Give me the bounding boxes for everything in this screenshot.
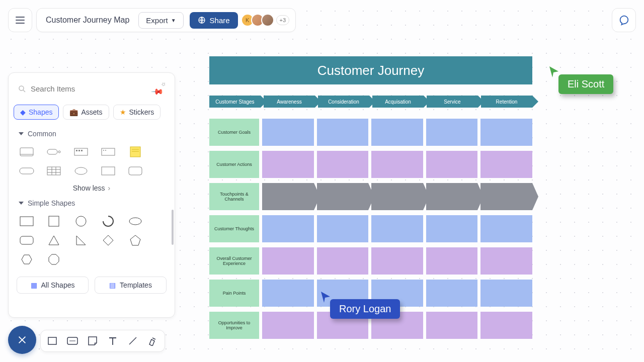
stage-row: Customer Stages Awareness Consideration … <box>209 96 532 108</box>
grid-cell[interactable] <box>480 151 532 178</box>
shape-sticky-note[interactable] <box>127 146 143 158</box>
grid-cell[interactable] <box>317 119 369 146</box>
grid-cell[interactable] <box>480 312 532 339</box>
grid-cell[interactable] <box>371 119 423 146</box>
shape-window[interactable] <box>100 146 116 158</box>
pin-icon[interactable]: 📌 <box>151 79 171 99</box>
grid-cell[interactable] <box>480 215 532 242</box>
stage-header[interactable]: Retention <box>481 96 532 108</box>
grid-cell[interactable] <box>262 151 314 178</box>
grid-cell[interactable] <box>426 312 478 339</box>
shape-octagon[interactable] <box>46 253 62 265</box>
svg-rect-8 <box>78 150 80 151</box>
shape-arc[interactable] <box>100 215 116 227</box>
tool-line[interactable] <box>126 334 139 347</box>
grid-cell[interactable] <box>371 151 423 178</box>
row-label[interactable]: Customer Actions <box>209 151 259 178</box>
journey-map[interactable]: Customer Journey Customer Stages Awarene… <box>209 56 532 339</box>
grid-cell[interactable] <box>426 280 478 307</box>
grid-cell[interactable] <box>262 247 314 275</box>
tool-rectangle[interactable] <box>46 334 59 347</box>
section-common[interactable]: Common <box>9 127 175 141</box>
shape-rectangle[interactable] <box>19 215 35 227</box>
tool-label[interactable] <box>66 334 79 347</box>
grid-cell[interactable] <box>426 183 478 210</box>
document-title[interactable]: Customer Journey Map <box>43 16 132 25</box>
tab-stickers[interactable]: ★ Stickers <box>113 105 161 120</box>
stage-header[interactable]: Consideration <box>318 96 369 108</box>
stage-header[interactable]: Customer Stages <box>209 96 261 108</box>
templates-button[interactable]: ▤ Templates <box>95 277 167 294</box>
svg-rect-30 <box>48 337 56 344</box>
menu-button[interactable] <box>8 8 32 32</box>
row-label[interactable]: Pain Points <box>209 280 259 307</box>
shape-tag[interactable] <box>46 146 62 158</box>
stage-header[interactable]: Awareness <box>264 96 315 108</box>
tool-text[interactable] <box>106 334 119 347</box>
shape-circle[interactable] <box>73 215 89 227</box>
shape-ellipse[interactable] <box>127 215 143 227</box>
shape-rectangle[interactable] <box>100 165 116 177</box>
journey-title[interactable]: Customer Journey <box>209 56 532 84</box>
grid-cell[interactable] <box>371 215 423 242</box>
tool-sticky[interactable] <box>86 334 99 347</box>
grid-cell[interactable] <box>371 247 423 275</box>
shape-right-triangle[interactable] <box>73 234 89 246</box>
row-label[interactable]: Opportunities to Improve <box>209 312 259 339</box>
grid-cell[interactable] <box>371 183 423 210</box>
show-less-toggle[interactable]: Show less › <box>9 180 175 196</box>
grid-cell[interactable] <box>317 215 369 242</box>
stage-header[interactable]: Service <box>427 96 478 108</box>
shape-hexagon[interactable] <box>19 253 35 265</box>
collaborator-avatars[interactable]: K +3 <box>244 14 290 27</box>
grid-cell[interactable] <box>262 215 314 242</box>
tab-shapes[interactable]: ◆ Shapes <box>14 105 59 120</box>
grid-cell[interactable] <box>426 215 478 242</box>
tab-assets[interactable]: 💼 Assets <box>63 105 109 120</box>
grid-cell[interactable] <box>480 247 532 275</box>
grid-cell[interactable] <box>480 280 532 307</box>
tool-highlighter[interactable] <box>146 334 159 347</box>
search-input[interactable] <box>31 84 151 93</box>
grid-cell[interactable] <box>480 183 532 210</box>
shape-card[interactable] <box>19 146 35 158</box>
section-simple-shapes[interactable]: Simple Shapes <box>9 196 175 210</box>
shape-rounded-rect[interactable] <box>127 165 143 177</box>
stage-header[interactable]: Acquisation <box>372 96 424 108</box>
grid-cell[interactable] <box>262 280 314 307</box>
shape-pill[interactable] <box>19 165 35 177</box>
shape-keyboard[interactable] <box>73 146 89 158</box>
share-button[interactable]: Share <box>190 12 238 29</box>
grid-cell[interactable] <box>317 247 369 275</box>
tab-label: Shapes <box>29 108 52 116</box>
all-shapes-button[interactable]: ▦ All Shapes <box>17 277 89 294</box>
row-label[interactable]: Overall Customer Experience <box>209 247 259 275</box>
grid-cell[interactable] <box>426 247 478 275</box>
shape-table[interactable] <box>46 165 62 177</box>
row-label[interactable]: Customer Thoughts <box>209 215 259 242</box>
grid-cell[interactable] <box>317 151 369 178</box>
more-collaborators[interactable]: +3 <box>276 15 290 25</box>
grid-cell[interactable] <box>262 183 314 210</box>
grid-cell[interactable] <box>317 183 369 210</box>
shape-rounded-rect[interactable] <box>19 234 35 246</box>
svg-rect-6 <box>74 148 88 155</box>
grid-cell[interactable] <box>262 312 314 339</box>
close-panel-button[interactable] <box>8 326 36 354</box>
shape-ellipse[interactable] <box>73 165 89 177</box>
scrollbar[interactable] <box>172 210 174 245</box>
shape-diamond[interactable] <box>100 234 116 246</box>
grid-cell[interactable] <box>480 119 532 146</box>
row-label[interactable]: Customer Goals <box>209 119 259 146</box>
shape-square[interactable] <box>46 215 62 227</box>
svg-rect-23 <box>102 167 115 175</box>
export-button[interactable]: Export ▼ <box>138 12 183 29</box>
grid-cell[interactable] <box>426 119 478 146</box>
grid-cell[interactable] <box>426 151 478 178</box>
grid-cell[interactable] <box>262 119 314 146</box>
shape-triangle[interactable] <box>46 234 62 246</box>
svg-point-22 <box>75 167 87 174</box>
shape-pentagon[interactable] <box>127 234 143 246</box>
row-label[interactable]: Touchpoints & Channels <box>209 183 259 210</box>
chat-button[interactable] <box>612 8 636 32</box>
